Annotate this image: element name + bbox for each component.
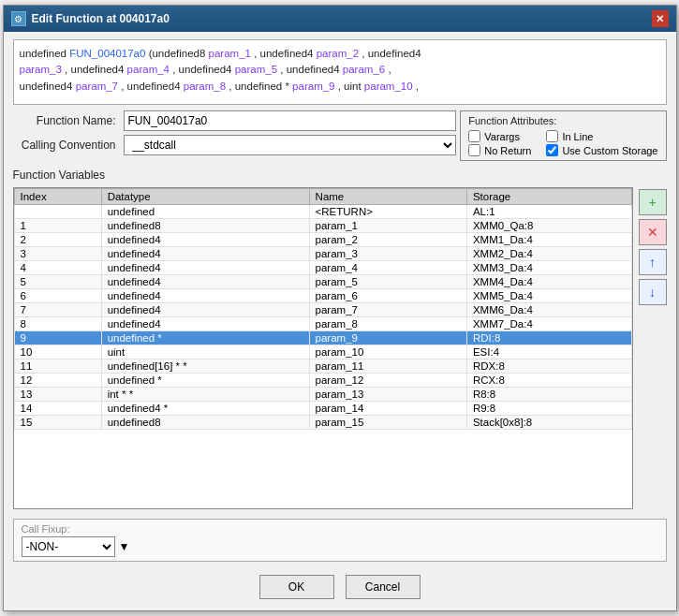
calling-convention-row: Calling Convention __stdcall [13,135,457,155]
cell-storage: ESI:4 [466,345,631,359]
inline-label: In Line [562,131,593,142]
fa-grid: Varargs In Line No Return Use Custom Sto… [468,130,657,156]
table-row[interactable]: 2undefined4param_2XMM1_Da:4 [14,233,631,247]
cell-index: 3 [14,247,101,261]
cell-storage: XMM2_Da:4 [466,247,631,261]
cell-storage: Stack[0x8]:8 [466,416,631,430]
cell-index: 10 [14,345,101,359]
cell-index: 4 [14,261,101,275]
no-return-item: No Return [468,144,531,156]
table-row[interactable]: 1undefined8param_1XMM0_Qa:8 [14,219,631,233]
cell-storage: RDI:8 [466,331,631,345]
cell-datatype: undefined4 [101,289,309,303]
table-row[interactable]: 5undefined4param_5XMM4_Da:4 [14,275,631,289]
inline-checkbox[interactable] [546,130,558,142]
table-section: Index Datatype Name Storage undefined<RE… [13,187,667,509]
cell-name: param_4 [309,261,466,275]
dialog-content: undefined FUN_004017a0 (undefined8 param… [4,32,676,610]
cell-datatype: undefined * [101,374,309,388]
cell-storage: RCX:8 [466,374,631,388]
variables-table-container[interactable]: Index Datatype Name Storage undefined<RE… [13,187,633,509]
calling-convention-select[interactable]: __stdcall [124,135,457,155]
table-row[interactable]: 6undefined4param_6XMM5_Da:4 [14,289,631,303]
cell-index: 7 [14,303,101,317]
cell-index: 12 [14,374,101,388]
table-row[interactable]: 7undefined4param_7XMM6_Da:4 [14,303,631,317]
move-down-button[interactable]: ↓ [639,279,667,305]
function-name-input[interactable] [124,110,457,131]
table-row[interactable]: 11undefined[16] * *param_11RDX:8 [14,359,631,374]
calling-convention-label: Calling Convention [13,139,116,152]
table-row[interactable]: 9undefined *param_9RDI:8 [14,331,631,345]
cell-name: param_6 [309,289,466,303]
varargs-checkbox[interactable] [468,130,480,142]
table-row[interactable]: 12undefined *param_12RCX:8 [14,374,631,388]
cell-index: 6 [14,289,101,303]
custom-storage-checkbox[interactable] [546,144,558,156]
call-fixup-select[interactable]: -NON- [22,536,115,557]
cell-name: param_8 [309,317,466,331]
table-row[interactable]: 13int * *param_13R8:8 [14,388,631,402]
cell-name: param_3 [309,247,466,261]
cell-name: param_9 [309,331,466,345]
cell-index: 9 [14,331,101,345]
table-row[interactable]: 4undefined4param_4XMM3_Da:4 [14,261,631,275]
cell-index: 5 [14,275,101,289]
table-row[interactable]: 15undefined8param_15Stack[0x8]:8 [14,416,631,430]
cell-datatype: undefined4 [101,275,309,289]
cell-storage: RDX:8 [466,359,631,374]
cell-datatype: undefined4 [101,247,309,261]
variables-table: Index Datatype Name Storage undefined<RE… [14,188,632,430]
title-bar: ⚙ Edit Function at 004017a0 ✕ [4,6,676,32]
no-return-label: No Return [484,145,531,156]
add-row-button[interactable]: + [639,189,667,215]
cell-datatype: undefined4 [101,317,309,331]
cell-index: 2 [14,233,101,247]
table-row[interactable]: 3undefined4param_3XMM2_Da:4 [14,247,631,261]
cell-name: param_5 [309,275,466,289]
varargs-label: Varargs [484,131,520,142]
custom-storage-label: Use Custom Storage [562,145,657,156]
cancel-button[interactable]: Cancel [346,575,421,599]
cell-datatype: undefined [101,205,309,219]
cell-storage: XMM5_Da:4 [466,289,631,303]
inline-item: In Line [546,130,657,142]
close-button[interactable]: ✕ [652,10,669,27]
fa-title: Function Attributes: [468,115,657,126]
function-name-label: Function Name: [13,114,116,127]
cell-datatype: undefined8 [101,416,309,430]
table-row[interactable]: 14undefined4 *param_14R9:8 [14,402,631,416]
form-fields: Function Name: Calling Convention __stdc… [13,110,457,161]
cell-name: param_14 [309,402,466,416]
table-row[interactable]: 10uintparam_10ESI:4 [14,345,631,359]
remove-row-button[interactable]: ✕ [639,219,667,245]
cell-index: 11 [14,359,101,374]
cell-index [14,205,101,219]
function-attributes-box: Function Attributes: Varargs In Line No … [460,110,666,161]
cell-storage: R9:8 [466,402,631,416]
call-fixup-dropdown-icon: ▼ [119,540,130,553]
table-header-row: Index Datatype Name Storage [14,189,631,205]
cell-name: param_7 [309,303,466,317]
dialog-icon: ⚙ [11,11,26,26]
cell-name: <RETURN> [309,205,466,219]
col-datatype: Datatype [101,189,309,205]
move-up-button[interactable]: ↑ [639,249,667,275]
cell-name: param_1 [309,219,466,233]
cell-storage: XMM4_Da:4 [466,275,631,289]
table-row[interactable]: undefined<RETURN>AL:1 [14,205,631,219]
cell-datatype: undefined4 * [101,402,309,416]
no-return-checkbox[interactable] [468,144,480,156]
ok-button[interactable]: OK [259,575,334,599]
cell-datatype: undefined[16] * * [101,359,309,374]
col-name: Name [309,189,466,205]
cell-storage: R8:8 [466,388,631,402]
cell-storage: XMM6_Da:4 [466,303,631,317]
cell-name: param_15 [309,416,466,430]
table-row[interactable]: 8undefined4param_8XMM7_Da:4 [14,317,631,331]
edit-function-dialog: ⚙ Edit Function at 004017a0 ✕ undefined … [3,5,677,611]
cell-datatype: int * * [101,388,309,402]
form-area: Function Name: Calling Convention __stdc… [13,110,667,161]
cell-datatype: uint [101,345,309,359]
table-body: undefined<RETURN>AL:11undefined8param_1X… [14,205,631,430]
